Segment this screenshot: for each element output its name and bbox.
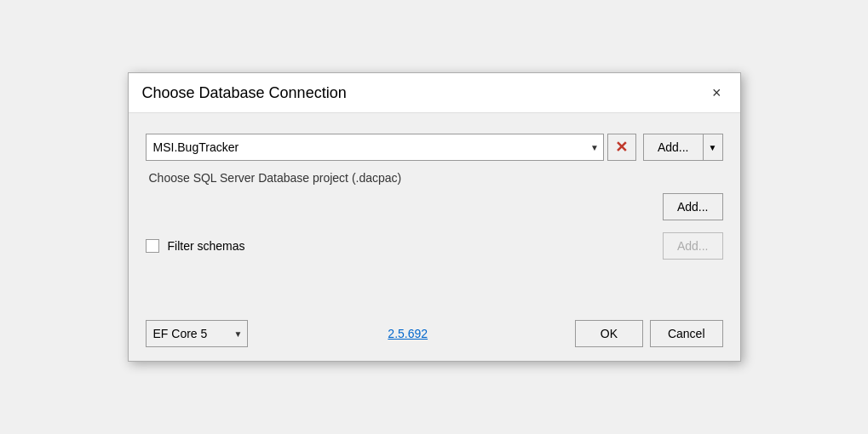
- dialog-body: MSI.BugTracker ▼ ✕ Add... ▼ Choose SQL S…: [129, 113, 740, 313]
- add-connection-button[interactable]: Add...: [643, 134, 703, 161]
- connection-row: MSI.BugTracker ▼ ✕ Add... ▼: [146, 134, 723, 161]
- version-link[interactable]: 2.5.692: [248, 327, 568, 340]
- add-dacpac-button[interactable]: Add...: [663, 193, 723, 220]
- filter-schemas-label: Filter schemas: [168, 239, 663, 253]
- close-button[interactable]: ×: [707, 83, 727, 102]
- dacpac-row: Add...: [146, 193, 723, 220]
- connection-select-wrapper: MSI.BugTracker ▼: [146, 134, 604, 161]
- ok-button[interactable]: OK: [575, 320, 643, 347]
- x-icon: ✕: [615, 140, 628, 155]
- filter-schemas-checkbox[interactable]: [146, 239, 159, 253]
- ef-core-select[interactable]: EF Core 5EF Core 6EF Core 7: [146, 320, 248, 347]
- title-bar: Choose Database Connection ×: [129, 73, 740, 113]
- ef-core-select-wrapper: EF Core 5EF Core 6EF Core 7 ▼: [146, 320, 248, 347]
- footer-row: EF Core 5EF Core 6EF Core 7 ▼ 2.5.692 OK…: [129, 313, 740, 361]
- dialog-title: Choose Database Connection: [142, 84, 347, 102]
- add-schema-button-disabled: Add...: [663, 232, 723, 260]
- connection-select[interactable]: MSI.BugTracker: [146, 134, 604, 161]
- add-connection-arrow-button[interactable]: ▼: [703, 134, 723, 161]
- dacpac-label: Choose SQL Server Database project (.dac…: [146, 171, 723, 185]
- cancel-button[interactable]: Cancel: [650, 320, 723, 347]
- choose-database-dialog: Choose Database Connection × MSI.BugTrac…: [128, 72, 741, 362]
- add-connection-group: Add... ▼: [643, 134, 723, 161]
- clear-connection-button[interactable]: ✕: [607, 134, 636, 161]
- filter-row: Filter schemas Add...: [146, 232, 723, 260]
